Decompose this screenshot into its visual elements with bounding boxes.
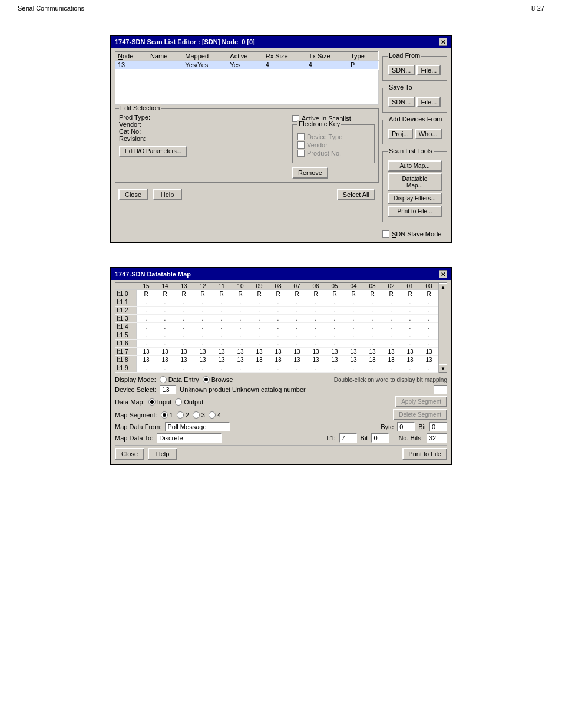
seg4-radio[interactable]: 4	[209, 411, 221, 419]
dtm-cell[interactable]: 13	[363, 348, 382, 355]
byte-value[interactable]: 0	[397, 422, 415, 431]
dtm-cell[interactable]: 13	[156, 356, 174, 364]
dtm-print-button[interactable]: Print to File	[402, 448, 447, 460]
auto-map-button[interactable]: Auto Map...	[388, 160, 442, 172]
who-button[interactable]: Who...	[415, 129, 442, 139]
dtm-cell[interactable]: 13	[174, 348, 193, 355]
dtm-cell[interactable]: 13	[382, 348, 401, 355]
seg2-radio[interactable]: 2	[177, 411, 189, 419]
dtm-cell[interactable]: 13	[382, 356, 401, 364]
radio-output-map[interactable]: Output	[175, 398, 203, 406]
dtm-cell[interactable]: R	[344, 290, 363, 298]
dtm-cell[interactable]: 13	[401, 356, 419, 364]
delete-segment-button[interactable]: Delete Segment	[393, 409, 447, 420]
dtm-cell[interactable]: 13	[306, 348, 325, 355]
dtm-cell[interactable]: R	[325, 290, 344, 298]
dtm-cell[interactable]: R	[363, 290, 382, 298]
dtm-cell[interactable]: 13	[269, 348, 287, 355]
dtm-cell[interactable]: R	[212, 290, 231, 298]
dtm-cell[interactable]: 13	[401, 348, 419, 355]
seg1-radio-input[interactable]	[161, 411, 168, 419]
dtm-cell[interactable]: 13	[419, 356, 438, 364]
dtm-cell[interactable]: 13	[137, 348, 156, 355]
dtm-cell[interactable]: R	[419, 290, 438, 298]
file-save-button[interactable]: File...	[416, 97, 441, 107]
table-row[interactable]: 13 Yes/Yes Yes 4 4 P	[115, 61, 379, 70]
dtm-cell[interactable]: 13	[325, 356, 344, 364]
dtm-cell[interactable]: R	[193, 290, 212, 298]
input-radio[interactable]	[148, 398, 156, 406]
dtm-cell[interactable]: 13	[325, 348, 344, 355]
radio-input-map[interactable]: Input	[148, 398, 171, 406]
dtm-cell[interactable]: R	[174, 290, 193, 298]
dtm-cell[interactable]: 13	[156, 348, 174, 355]
dtm-cell[interactable]: R	[137, 290, 156, 298]
dtm-cell[interactable]: 13	[344, 356, 363, 364]
dtm-cell[interactable]: 13	[250, 348, 269, 355]
device-select-input[interactable]: ▼	[434, 385, 447, 394]
seg4-radio-input[interactable]	[209, 411, 216, 419]
dtm-cell[interactable]: 13	[212, 348, 231, 355]
display-filters-button[interactable]: Display Filters...	[388, 193, 442, 204]
dtm-cell[interactable]: R	[250, 290, 269, 298]
dtm-cell[interactable]: 13	[137, 356, 156, 364]
device-select-dropdown[interactable]: ▼	[434, 385, 447, 394]
remove-button[interactable]: Remove	[292, 167, 328, 179]
help-button[interactable]: Help	[153, 189, 182, 200]
datatable-map-close-icon[interactable]: ✕	[439, 270, 447, 278]
dtm-cell[interactable]: 13	[193, 356, 212, 364]
dtm-cell[interactable]: 13	[212, 356, 231, 364]
dtm-cell[interactable]: 13	[287, 348, 306, 355]
dtm-cell[interactable]: 13	[269, 356, 287, 364]
dtm-scrollbar[interactable]: ▲ ▼	[438, 283, 447, 373]
dtm-cell[interactable]: 13	[250, 356, 269, 364]
apply-segment-button[interactable]: Apply Segment	[395, 396, 447, 407]
close-button[interactable]: Close	[118, 189, 148, 200]
dtm-cell[interactable]: 13	[231, 348, 250, 355]
dtm-close-button[interactable]: Close	[115, 448, 144, 460]
proj-button[interactable]: Proj...	[388, 129, 413, 139]
dtm-cell[interactable]: 13	[419, 348, 438, 355]
sdn-save-button[interactable]: SDN...	[388, 97, 415, 107]
map-data-to-select[interactable]: Discrete	[157, 433, 222, 443]
dtm-cell[interactable]: R	[231, 290, 250, 298]
dtm-cell[interactable]: R	[382, 290, 401, 298]
radio-browse[interactable]: Browse	[203, 376, 233, 383]
seg2-radio-input[interactable]	[177, 411, 184, 419]
dtm-cell[interactable]: R	[156, 290, 174, 298]
datatable-map-button[interactable]: Datatable Map...	[388, 173, 442, 191]
dtm-cell[interactable]: 13	[306, 356, 325, 364]
bit2-value[interactable]: 0	[371, 433, 389, 443]
browse-radio[interactable]	[203, 376, 210, 383]
select-all-button[interactable]: Select All	[337, 189, 375, 200]
seg1-radio[interactable]: 1	[161, 411, 173, 419]
radio-data-entry[interactable]: Data Entry	[160, 376, 199, 383]
map-data-from-select[interactable]: Poll Message	[165, 422, 230, 431]
bit-value[interactable]: 0	[429, 422, 447, 431]
data-entry-radio[interactable]	[160, 376, 167, 383]
sdn-slave-mode-checkbox[interactable]	[382, 230, 389, 238]
dtm-cell[interactable]: R	[401, 290, 419, 298]
seg3-radio-input[interactable]	[193, 411, 200, 419]
i1-value[interactable]: 7	[339, 433, 357, 443]
dtm-cell[interactable]: 13	[193, 348, 212, 355]
dtm-cell[interactable]: 13	[287, 356, 306, 364]
scroll-up-icon[interactable]: ▲	[439, 283, 447, 291]
dtm-help-button[interactable]: Help	[148, 448, 177, 460]
output-radio[interactable]	[175, 398, 182, 406]
dtm-cell[interactable]: R	[269, 290, 287, 298]
dtm-cell[interactable]: 13	[344, 348, 363, 355]
sdn-load-button[interactable]: SDN...	[388, 65, 415, 75]
scroll-down-icon[interactable]: ▼	[439, 364, 447, 373]
print-to-file-button[interactable]: Print to File...	[388, 206, 442, 217]
seg3-radio[interactable]: 3	[193, 411, 205, 419]
scan-list-editor-close-icon[interactable]: ✕	[439, 38, 447, 46]
dtm-cell[interactable]: 13	[231, 356, 250, 364]
map-data-from-input[interactable]: Poll Message	[165, 422, 230, 431]
file-load-button[interactable]: File...	[416, 65, 441, 75]
dtm-cell[interactable]: 13	[363, 356, 382, 364]
edit-io-button[interactable]: Edit I/O Parameters...	[119, 146, 187, 157]
no-bits-value[interactable]: 32	[427, 433, 447, 443]
dtm-cell[interactable]: R	[306, 290, 325, 298]
dtm-cell[interactable]: 13	[174, 356, 193, 364]
